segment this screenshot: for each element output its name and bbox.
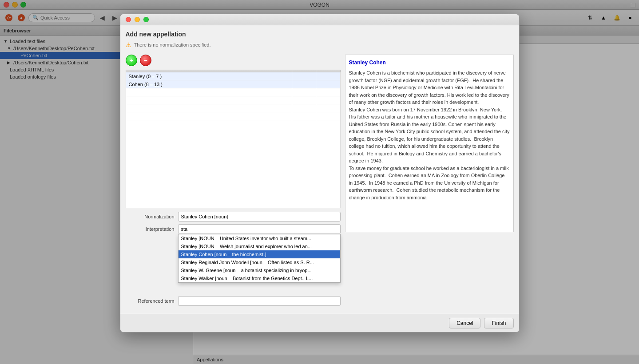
dropdown-item-stanley-woodell[interactable]: Stanley Reginald John Woodell [noun – Of… [179,258,340,266]
table-row [126,136,340,144]
table-row [126,176,340,184]
token-cell [316,80,340,88]
warning-icon: ⚠ [126,41,131,48]
dialog-max-button[interactable] [143,17,149,22]
interpretation-dropdown[interactable]: Stanley [NOUN – United States inventor w… [178,234,341,283]
token-cell [292,72,316,80]
table-row [126,120,340,128]
table-row [126,88,340,96]
warning-text: There is no normalization specified. [134,42,211,47]
dialog-min-button[interactable] [135,17,140,22]
dialog-footer: Cancel Finish [120,314,519,332]
table-row [126,192,340,200]
finish-button[interactable]: Finish [484,318,513,328]
table-row [126,152,340,160]
remove-token-button[interactable]: − [140,55,151,66]
token-cell: Stanley (0 – 7 ) [126,72,292,80]
dialog-left-panel: + − Stanley (0 [126,55,341,309]
referenced-term-row: Referenced term [126,296,341,306]
dropdown-item-stanley1[interactable]: Stanley [NOUN – United States inventor w… [179,234,340,242]
table-row [126,128,340,136]
table-row [126,96,340,104]
table-row [126,168,340,176]
table-row [126,184,340,192]
normalization-row: Normalization [126,212,341,222]
dialog-close-button[interactable] [126,17,131,22]
table-row [126,160,340,168]
dialog-body: Add new appellation ⚠ There is no normal… [120,25,519,314]
dropdown-item-stanley-greene[interactable]: Stanley W. Greene [noun – a botanist spe… [179,266,340,274]
dialog-header: Add new appellation [126,31,514,38]
token-cell [292,80,316,88]
table-row: Cohen (8 – 13 ) [126,80,340,88]
table-row [126,112,340,120]
add-token-button[interactable]: + [126,55,137,66]
dialog-title-bar [120,14,519,25]
table-row [126,104,340,112]
normalization-input[interactable] [178,212,341,222]
dropdown-item-stanley2[interactable]: Stanley [NOUN – Welsh journalist and exp… [179,242,340,250]
table-row [126,200,340,208]
warning-message: ⚠ There is no normalization specified. [126,41,514,48]
normalization-label: Normalization [126,214,175,219]
cancel-button[interactable]: Cancel [449,318,480,328]
table-row [126,144,340,152]
token-table: Stanley (0 – 7 ) Cohen (8 – 13 ) [126,70,341,208]
token-actions: + − [126,55,341,66]
right-panel-title: Stanley Cohen [349,59,510,67]
referenced-term-label: Referenced term [126,298,175,304]
token-cell: Cohen (8 – 13 ) [126,80,292,88]
table-row: Stanley (0 – 7 ) [126,72,340,80]
right-panel-text: Stanley Cohen is a biochemist who partic… [349,69,510,201]
interpretation-row: Interpretation Stanley [NOUN – United St… [126,224,341,234]
dropdown-item-stanley-cohen[interactable]: Stanley Cohen [noun – the biochemist.] [179,250,340,258]
interpretation-input[interactable] [178,224,341,234]
interpretation-label: Interpretation [126,226,175,232]
token-cell [316,72,340,80]
dialog-main: + − Stanley (0 [126,55,514,309]
referenced-term-input[interactable] [178,296,341,306]
add-appellation-dialog: Add new appellation ⚠ There is no normal… [120,14,520,332]
dialog-right-panel: Stanley Cohen Stanley Cohen is a biochem… [345,55,514,232]
dialog-overlay: Add new appellation ⚠ There is no normal… [0,0,639,364]
dropdown-item-stanley-walker[interactable]: Stanley Walker [noun – Botanist from the… [179,274,340,282]
dialog-title: Add new appellation [126,31,186,38]
